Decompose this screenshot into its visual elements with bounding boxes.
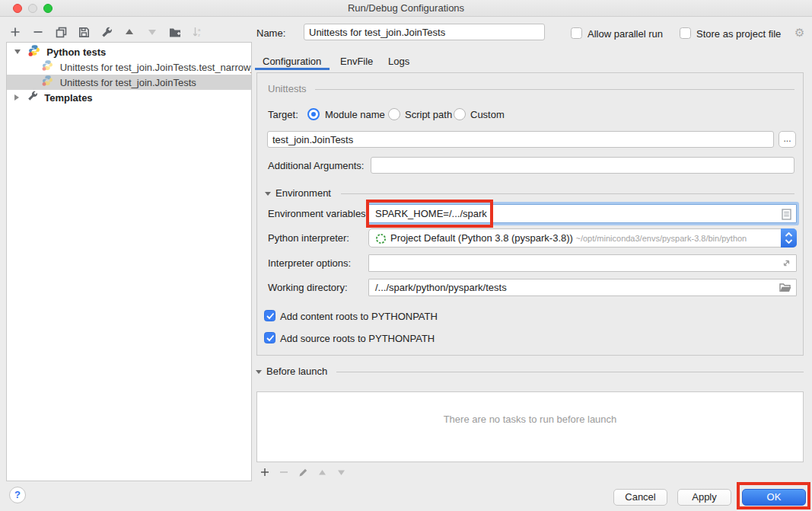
section-separator-line [341,193,794,194]
copy-configuration-icon[interactable] [55,26,67,38]
window-title: Run/Debug Configurations [0,0,812,17]
configurations-tree: Python tests Unittests for test_join.Joi… [6,42,252,481]
interpreter-options-label: Interpreter options: [268,257,351,270]
add-source-roots-checkbox[interactable] [264,332,275,343]
allow-parallel-run-checkbox[interactable] [571,27,582,39]
working-directory-input[interactable]: /.../spark/python/pyspark/tests [368,279,797,296]
before-launch-toolbar [259,466,347,478]
python-interpreter-value: Project Default (Python 3.8 (pyspark-3.8… [390,232,747,244]
additional-arguments-label: Additional Arguments: [268,160,364,172]
sort-configurations-icon[interactable]: az [192,26,204,38]
run-debug-configurations-window: Run/Debug Configurations az Python test [0,0,812,511]
tree-item-label: Unittests for test_join.JoinTests [60,77,196,88]
configuration-form-panel: Unittests Target: Module name Script pat… [256,72,804,356]
edit-task-pencil-icon[interactable] [297,466,309,478]
active-tab-underline [255,68,330,70]
store-options-gear-icon[interactable]: ⚙ [794,27,804,39]
working-directory-label: Working directory: [268,282,348,294]
section-separator-line [336,372,804,372]
tree-item-unittests-test-narrow[interactable]: Unittests for test_join.JoinTests.test_n… [7,59,251,75]
add-task-icon[interactable] [259,466,271,478]
python-test-icon [42,75,53,90]
chevron-down-icon[interactable] [14,50,21,54]
folder-icon[interactable] [779,283,791,295]
move-task-down-icon[interactable] [335,466,347,478]
environment-variables-field[interactable]: SPARK_HOME=/.../spark [368,204,797,223]
tree-item-label: Python tests [46,46,106,58]
before-launch-tasks-panel: There are no tasks to run before launch [256,391,804,462]
configurations-toolbar: az [9,24,204,40]
tab-logs[interactable]: Logs [388,55,409,69]
target-script-path-label: Script path [405,109,452,121]
templates-wrench-icon [27,91,38,105]
before-launch-section-label: Before launch [266,366,327,378]
cancel-button[interactable]: Cancel [613,489,667,506]
new-folder-icon[interactable] [169,26,181,38]
svg-text:z: z [198,33,200,37]
environment-variables-label: Environment variables: [268,208,368,220]
interpreter-path: ~/opt/miniconda3/envs/pyspark-3.8/bin/py… [576,234,747,243]
conda-environment-icon [375,233,387,247]
tree-item-label: Unittests for test_join.JoinTests.test_n… [60,62,251,73]
interpreter-name: Project Default (Python 3.8 (pyspark-3.8… [390,232,573,244]
python-interpreter-label: Python interpreter: [268,232,349,244]
python-interpreter-select[interactable]: Project Default (Python 3.8 (pyspark-3.8… [368,228,797,248]
no-tasks-message: There are no tasks to run before launch [257,414,803,425]
add-source-roots-label: Add source roots to PYTHONPATH [280,333,435,345]
target-script-path-radio[interactable] [388,108,400,120]
ok-button[interactable]: OK [742,489,806,506]
tree-item-python-tests[interactable]: Python tests [7,44,251,59]
move-down-icon[interactable] [146,26,158,38]
environment-collapse-icon[interactable] [265,192,271,196]
section-separator-line [315,89,794,90]
add-icon[interactable] [9,26,21,38]
additional-arguments-input[interactable] [371,157,794,174]
remove-icon[interactable] [32,26,44,38]
edit-variables-icon[interactable] [782,209,791,222]
tree-item-templates[interactable]: Templates [7,90,251,105]
move-task-up-icon[interactable] [316,466,328,478]
help-button[interactable]: ? [9,487,26,503]
browse-button[interactable]: ... [779,131,796,148]
target-module-name-label: Module name [325,109,385,121]
remove-task-icon[interactable] [278,466,290,478]
target-input[interactable] [267,131,774,148]
interpreter-options-input[interactable] [368,254,797,272]
store-as-project-file-label: Store as project file [696,28,781,40]
expand-field-icon[interactable] [782,258,791,270]
tab-configuration[interactable]: Configuration [263,55,321,69]
name-input[interactable] [304,24,545,40]
svg-text:a: a [198,27,201,32]
target-label: Target: [268,109,298,121]
target-custom-label: Custom [470,109,505,121]
tree-item-label: Templates [44,92,92,104]
before-launch-collapse-icon[interactable] [256,370,262,374]
target-custom-radio[interactable] [454,108,466,120]
title-bar: Run/Debug Configurations [0,0,812,17]
target-module-name-radio[interactable] [307,108,320,120]
environment-section-label: Environment [275,187,331,200]
move-up-icon[interactable] [123,26,135,38]
tree-item-unittests-jointests-selected[interactable]: Unittests for test_join.JoinTests [7,75,251,90]
add-content-roots-label: Add content roots to PYTHONPATH [280,311,438,323]
add-content-roots-checkbox[interactable] [264,310,275,321]
name-label: Name: [256,27,285,40]
python-test-icon [42,59,53,75]
allow-parallel-run-label: Allow parallel run [588,28,663,40]
select-stepper-icon[interactable] [781,228,797,248]
apply-button[interactable]: Apply [677,489,731,506]
python-tests-icon [28,44,40,59]
working-directory-value: /.../spark/python/pyspark/tests [375,282,507,294]
chevron-right-icon[interactable] [14,94,19,101]
unittests-section-label: Unittests [268,83,307,95]
store-as-project-file-checkbox[interactable] [680,27,691,39]
edit-templates-wrench-icon[interactable] [100,26,113,38]
environment-variables-value: SPARK_HOME=/.../spark [375,208,487,220]
tab-envfile[interactable]: EnvFile [340,55,373,69]
save-configuration-icon[interactable] [78,26,90,38]
